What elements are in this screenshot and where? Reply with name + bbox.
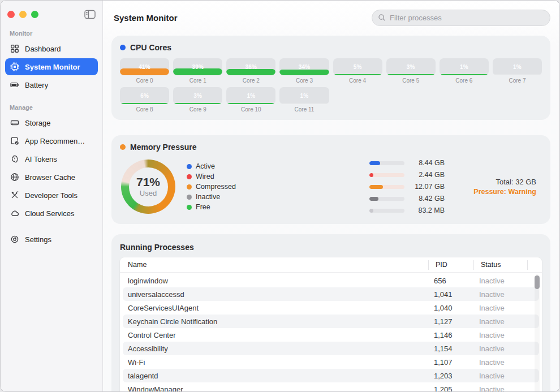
page-title: System Monitor bbox=[114, 13, 178, 23]
cpu-core-label: Core 6 bbox=[440, 77, 489, 84]
memory-bar-free: 83.2 MB bbox=[369, 206, 445, 214]
search-field[interactable] bbox=[372, 10, 550, 26]
minimize-button[interactable] bbox=[19, 11, 27, 18]
search-input[interactable] bbox=[390, 14, 544, 22]
status-badge: Inactive bbox=[475, 290, 529, 299]
sidebar-item-label: App Recommen… bbox=[25, 137, 85, 145]
sidebar-toggle-icon[interactable] bbox=[84, 10, 96, 19]
sidebar-item-label: AI Tokens bbox=[25, 155, 57, 163]
cpu-core-cell: 1% Core 10 bbox=[226, 87, 275, 113]
cpu-core-label: Core 7 bbox=[493, 77, 542, 84]
processes-table: Name PID Status loginwindow656Inactive u… bbox=[120, 257, 542, 391]
cpu-usage-value: 36% bbox=[226, 58, 275, 75]
table-row[interactable]: Wi-Fi1,107Inactive bbox=[123, 355, 539, 369]
cpu-usage-value: 1% bbox=[493, 58, 542, 75]
sidebar-item-label: Storage bbox=[25, 119, 51, 127]
app-window: Monitor Dashboard S bbox=[0, 0, 560, 392]
sidebar-item-label: System Monitor bbox=[25, 63, 80, 71]
sidebar-item-system-monitor[interactable]: System Monitor bbox=[5, 58, 98, 75]
legend-item-wired: Wired bbox=[187, 173, 236, 180]
sidebar-item-ai-tokens[interactable]: AI Tokens bbox=[5, 150, 98, 167]
memory-bar-value: 8.44 GB bbox=[410, 159, 445, 167]
legend-dot bbox=[187, 174, 192, 179]
legend-dot bbox=[187, 164, 192, 169]
cpu-usage-value: 34% bbox=[279, 58, 329, 75]
memory-bars: 8.44 GB 2.44 GB 12.07 GB 8.42 GB 83.2 MB bbox=[369, 159, 445, 214]
memory-bar-fill bbox=[369, 185, 383, 189]
cpu-usage-value: 39% bbox=[173, 58, 222, 75]
memory-bar-value: 8.42 GB bbox=[410, 195, 445, 203]
table-row[interactable]: Accessibility1,154Inactive bbox=[123, 342, 539, 355]
cpu-usage-value: 3% bbox=[173, 87, 222, 104]
cpu-usage-value: 6% bbox=[120, 87, 169, 104]
table-scrollbar[interactable] bbox=[535, 274, 540, 391]
cpu-accent-dot bbox=[120, 45, 126, 50]
table-body: loginwindow656Inactive universalaccessd1… bbox=[120, 273, 542, 391]
table-row[interactable]: talagentd1,203Inactive bbox=[123, 369, 539, 382]
memory-pressure-status: Pressure: Warning bbox=[473, 188, 536, 196]
memory-bar-fill bbox=[369, 161, 380, 165]
table-row[interactable]: universalaccessd1,041Inactive bbox=[123, 287, 539, 301]
legend-item-inactive: Inactive bbox=[187, 193, 236, 201]
sidebar-section-manage: Manage bbox=[5, 104, 98, 111]
zoom-button[interactable] bbox=[31, 11, 38, 18]
memory-accent-dot bbox=[120, 144, 126, 150]
scrollbar-thumb[interactable] bbox=[535, 275, 540, 289]
cpu-chip-icon bbox=[10, 62, 19, 71]
cpu-core-cell: 1% Core 7 bbox=[493, 58, 542, 84]
cpu-core-label: Core 0 bbox=[120, 77, 169, 84]
cpu-core-grid: 41% Core 0 39% Core 1 36% Core 2 34% Cor… bbox=[120, 58, 542, 113]
table-row[interactable]: WindowManager1,205Inactive bbox=[123, 382, 539, 391]
globe-icon bbox=[10, 173, 19, 182]
content: CPU Cores 41% Core 0 39% Core 1 36% Core… bbox=[103, 35, 559, 391]
table-row[interactable]: Keychain Circle Notification1,127Inactiv… bbox=[123, 315, 539, 328]
sidebar: Monitor Dashboard S bbox=[1, 1, 103, 391]
sidebar-item-cloud-services[interactable]: Cloud Services bbox=[5, 205, 98, 222]
memory-bar-fill bbox=[369, 173, 373, 177]
memory-donut-chart: 71% Used bbox=[121, 160, 175, 214]
cpu-core-label: Core 4 bbox=[333, 77, 382, 84]
status-badge: Inactive bbox=[475, 317, 529, 326]
app-window-check-icon bbox=[10, 136, 19, 145]
column-header-pid[interactable]: PID bbox=[428, 260, 473, 270]
status-badge: Inactive bbox=[475, 358, 529, 367]
sidebar-item-dashboard[interactable]: Dashboard bbox=[5, 40, 98, 57]
legend-dot bbox=[187, 195, 192, 200]
column-header-status[interactable]: Status bbox=[473, 260, 527, 270]
processes-title: Running Processes bbox=[120, 243, 542, 252]
memory-bar-fill bbox=[369, 197, 378, 201]
cpu-usage-value: 1% bbox=[226, 87, 275, 104]
memory-legend: Active Wired Compressed Inactive Free bbox=[187, 162, 236, 211]
legend-item-compressed: Compressed bbox=[187, 183, 236, 191]
status-badge: Inactive bbox=[475, 372, 529, 380]
cpu-core-label: Core 11 bbox=[279, 106, 329, 113]
table-row[interactable]: loginwindow656Inactive bbox=[123, 274, 539, 287]
sidebar-item-browser-cache[interactable]: Browser Cache bbox=[5, 169, 98, 186]
status-badge: Inactive bbox=[475, 277, 529, 285]
cpu-core-cell: 6% Core 8 bbox=[120, 87, 169, 113]
cpu-usage-value: 1% bbox=[279, 87, 329, 104]
sidebar-item-storage[interactable]: Storage bbox=[5, 114, 98, 131]
cpu-usage-value: 41% bbox=[120, 58, 169, 75]
sidebar-item-developer-tools[interactable]: Developer Tools bbox=[5, 187, 98, 204]
window-controls bbox=[7, 11, 38, 18]
sidebar-item-battery[interactable]: Battery bbox=[5, 76, 98, 93]
brain-icon bbox=[10, 154, 19, 163]
cpu-core-label: Core 8 bbox=[120, 106, 169, 113]
cpu-core-label: Core 3 bbox=[279, 77, 329, 84]
sidebar-item-label: Dashboard bbox=[25, 45, 61, 53]
cpu-core-cell: 41% Core 0 bbox=[120, 58, 169, 84]
sidebar-item-settings[interactable]: Settings bbox=[5, 231, 98, 248]
cpu-card-title: CPU Cores bbox=[130, 43, 171, 52]
gear-icon bbox=[10, 235, 19, 244]
cpu-usage-value: 5% bbox=[333, 58, 382, 75]
main-header: System Monitor bbox=[103, 1, 559, 35]
status-badge: Inactive bbox=[475, 344, 529, 353]
sidebar-item-label: Browser Cache bbox=[25, 173, 75, 182]
sidebar-section-monitor: Monitor bbox=[5, 30, 98, 37]
close-button[interactable] bbox=[7, 11, 15, 18]
column-header-name[interactable]: Name bbox=[120, 261, 428, 269]
sidebar-item-app-recommendations[interactable]: App Recommen… bbox=[5, 132, 98, 149]
table-row[interactable]: Control Center1,146Inactive bbox=[123, 328, 539, 342]
table-row[interactable]: CoreServicesUIAgent1,040Inactive bbox=[123, 301, 539, 315]
